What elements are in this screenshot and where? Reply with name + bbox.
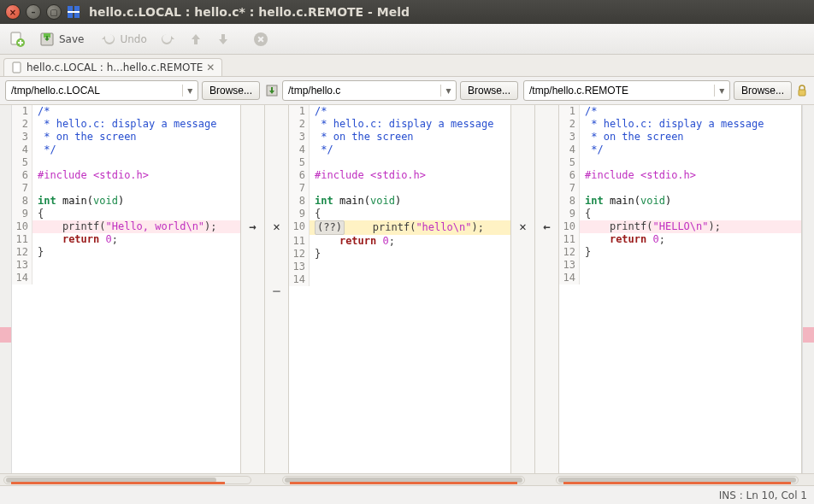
hscrollbar-right[interactable] (556, 476, 799, 484)
app-icon (67, 5, 80, 19)
window-titlebar: × – ▢ hello.c.LOCAL : hello.c* : hello.c… (0, 0, 814, 24)
chevron-down-icon[interactable]: ▾ (440, 85, 456, 97)
path-combo-left[interactable]: ▾ (5, 80, 198, 101)
new-comparison-button[interactable] (5, 27, 29, 51)
file-path-row: ▾ Browse... ▾ Browse... ▾ Browse... (0, 77, 814, 105)
link-column-right-x: ✕ (511, 105, 535, 473)
path-input-left[interactable] (6, 83, 182, 98)
code-view-left[interactable]: 1/*2 * hello.c: display a message3 * on … (12, 105, 240, 473)
link-column-left: → (241, 105, 265, 473)
path-combo-center[interactable]: ▾ (282, 80, 457, 101)
svg-rect-12 (799, 90, 805, 96)
lock-icon[interactable] (795, 84, 809, 97)
horizontal-scrollbar-row (0, 473, 814, 485)
delete-change-icon[interactable]: ✕ (511, 220, 534, 233)
overview-ruler-left[interactable] (0, 105, 12, 473)
window-controls: × – ▢ (5, 4, 62, 20)
overview-ruler-right[interactable] (802, 105, 814, 473)
browse-button-right[interactable]: Browse... (734, 81, 792, 100)
prev-change-button[interactable] (184, 27, 208, 51)
browse-button-left[interactable]: Browse... (202, 81, 260, 100)
save-button[interactable]: Save (32, 27, 90, 51)
status-mode: INS : Ln 10, Col 1 (719, 489, 807, 501)
tab-label: hello.c.LOCAL : h...hello.c.REMOTE (27, 62, 203, 73)
pane-right: 1/*2 * hello.c: display a message3 * on … (559, 105, 802, 473)
undo-button-label: Undo (120, 33, 146, 45)
window-minimize-button[interactable]: – (26, 4, 41, 20)
push-left-icon[interactable]: ← (535, 220, 558, 233)
tab-strip: hello.c.LOCAL : h...hello.c.REMOTE ✕ (0, 55, 814, 77)
push-right-icon[interactable]: → (241, 220, 264, 233)
code-view-center[interactable]: 1/*2 * hello.c: display a message3 * on … (289, 105, 510, 473)
save-button-label: Save (59, 33, 84, 45)
path-input-right[interactable] (524, 83, 714, 98)
window-close-button[interactable]: × (5, 4, 21, 20)
diff-area: 1/*2 * hello.c: display a message3 * on … (0, 105, 814, 473)
next-change-button[interactable] (211, 27, 235, 51)
document-icon (11, 62, 23, 73)
delete-change-icon[interactable]: ✕ (265, 220, 288, 233)
browse-button-center[interactable]: Browse... (460, 81, 518, 100)
redo-button[interactable] (156, 27, 180, 51)
link-column-left-x: ✕ — (265, 105, 289, 473)
svg-rect-10 (13, 62, 21, 73)
tab-close-icon[interactable]: ✕ (206, 62, 215, 73)
pane-center: 1/*2 * hello.c: display a message3 * on … (289, 105, 511, 473)
code-view-right[interactable]: 1/*2 * hello.c: display a message3 * on … (559, 105, 801, 473)
hscrollbar-left[interactable] (3, 476, 251, 484)
main-toolbar: Save Undo (0, 24, 814, 55)
pane-left: 1/*2 * hello.c: display a message3 * on … (12, 105, 241, 473)
status-bar: INS : Ln 10, Col 1 (0, 485, 814, 504)
save-indicator-icon (265, 84, 279, 97)
path-input-center[interactable] (283, 83, 440, 98)
pane-header-left: ▾ Browse... (5, 80, 260, 101)
path-combo-right[interactable]: ▾ (523, 80, 730, 101)
stop-button[interactable] (249, 27, 273, 51)
hscrollbar-center[interactable] (282, 476, 525, 484)
link-column-right: ← (535, 105, 559, 473)
svg-rect-2 (68, 11, 80, 13)
chevron-down-icon[interactable]: ▾ (182, 85, 198, 97)
minus-icon[interactable]: — (265, 284, 288, 297)
undo-button[interactable]: Undo (93, 27, 152, 51)
pane-header-center: ▾ Browse... (265, 80, 518, 101)
window-title: hello.c.LOCAL : hello.c* : hello.c.REMOT… (89, 5, 410, 19)
pane-header-right: ▾ Browse... (523, 80, 809, 101)
tab-comparison[interactable]: hello.c.LOCAL : h...hello.c.REMOTE ✕ (3, 58, 222, 76)
window-maximize-button[interactable]: ▢ (46, 4, 62, 20)
chevron-down-icon[interactable]: ▾ (714, 85, 729, 97)
